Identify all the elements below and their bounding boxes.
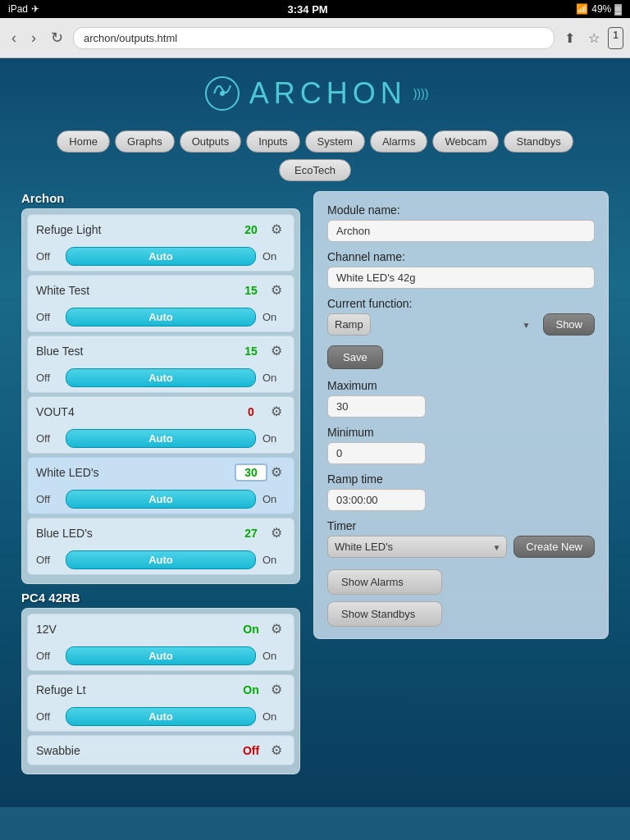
output-refuge-light: Refuge Light 20 ⚙ Off Auto On bbox=[27, 214, 294, 272]
off-label-refuge: Off bbox=[36, 250, 59, 262]
timer-select[interactable]: White LED's Blue LED's Refuge Light bbox=[327, 536, 507, 558]
off-label-blue-leds: Off bbox=[36, 554, 59, 566]
logo-container: ARCHON )))) bbox=[202, 73, 429, 114]
auto-btn-12v[interactable]: Auto bbox=[66, 646, 256, 665]
select-arrow-icon: ▼ bbox=[523, 320, 531, 329]
output-value-12v: On bbox=[235, 623, 267, 636]
output-value-refuge-lt: On bbox=[235, 683, 267, 696]
output-value-swabbie: Off bbox=[235, 744, 267, 757]
nav-webcam[interactable]: Webcam bbox=[432, 130, 499, 153]
show-alarms-button[interactable]: Show Alarms bbox=[327, 569, 442, 595]
on-label-blue-leds: On bbox=[262, 554, 285, 566]
module-name-input[interactable] bbox=[327, 220, 595, 242]
on-label-refuge: On bbox=[262, 250, 285, 262]
auto-btn-refuge[interactable]: Auto bbox=[66, 247, 256, 266]
output-blue-test: Blue Test 15 ⚙ Off Auto On bbox=[27, 336, 294, 393]
url-text: archon/outputs.html bbox=[84, 32, 177, 44]
maximum-input[interactable] bbox=[327, 395, 426, 418]
auto-btn-blue-leds[interactable]: Auto bbox=[66, 550, 256, 569]
module-name-label: Module name: bbox=[327, 203, 595, 217]
output-value-blue-leds: 27 bbox=[235, 527, 267, 540]
forward-button[interactable]: › bbox=[26, 26, 41, 50]
carrier-label: iPad bbox=[8, 3, 28, 15]
output-swabbie: Swabbie Off ⚙ bbox=[27, 735, 294, 765]
status-left: iPad ✈ bbox=[8, 3, 39, 15]
current-function-label: Current function: bbox=[327, 297, 595, 310]
logo-text: ARCHON bbox=[249, 76, 407, 111]
off-label-white-leds: Off bbox=[36, 493, 59, 505]
settings-panel: Module name: Channel name: Current funct… bbox=[313, 191, 609, 639]
output-value-vout4: 0 bbox=[235, 405, 267, 418]
section2-title: PC4 42RB bbox=[21, 591, 300, 605]
gear-blue-test[interactable]: ⚙ bbox=[267, 341, 285, 360]
action-buttons: Show Alarms Show Standbys bbox=[327, 569, 595, 627]
nav-standbys[interactable]: Standbys bbox=[504, 130, 573, 153]
ramp-time-input[interactable] bbox=[327, 489, 426, 511]
on-label-white-test: On bbox=[262, 311, 285, 323]
ramp-time-label: Ramp time bbox=[327, 472, 595, 486]
output-white-test: White Test 15 ⚙ Off Auto On bbox=[27, 275, 294, 332]
logo-icon bbox=[202, 73, 243, 114]
minimum-input[interactable] bbox=[327, 442, 426, 464]
on-label-white-leds: On bbox=[262, 493, 285, 505]
nav-alarms[interactable]: Alarms bbox=[370, 130, 427, 153]
gear-refuge-lt[interactable]: ⚙ bbox=[267, 680, 285, 699]
show-standbys-button[interactable]: Show Standbys bbox=[327, 601, 442, 627]
output-value-white-leds: 30 bbox=[235, 463, 267, 482]
gear-white-test[interactable]: ⚙ bbox=[267, 281, 285, 299]
auto-btn-vout4[interactable]: Auto bbox=[66, 429, 256, 448]
output-name-12v: 12V bbox=[36, 623, 235, 636]
output-name-blue-test: Blue Test bbox=[36, 345, 235, 358]
off-label-12v: Off bbox=[36, 650, 59, 662]
function-select-wrapper: Ramp Fixed Timer Sine ▼ bbox=[327, 313, 536, 336]
gear-refuge-light[interactable]: ⚙ bbox=[267, 220, 285, 239]
nav-outputs[interactable]: Outputs bbox=[180, 130, 242, 153]
nav-system[interactable]: System bbox=[305, 130, 365, 153]
ecotech-button[interactable]: EcoTech bbox=[279, 159, 351, 181]
reload-button[interactable]: ↻ bbox=[46, 25, 68, 50]
output-blue-leds: Blue LED's 27 ⚙ Off Auto On bbox=[27, 518, 294, 575]
maximum-label: Maximum bbox=[327, 379, 595, 392]
channel-name-input[interactable] bbox=[327, 267, 595, 289]
output-refuge-lt: Refuge Lt On ⚙ Off Auto On bbox=[27, 674, 294, 732]
create-new-button[interactable]: Create New bbox=[514, 536, 595, 558]
auto-btn-white-test[interactable]: Auto bbox=[66, 308, 256, 326]
channel-name-label: Channel name: bbox=[327, 250, 595, 263]
auto-btn-blue-test[interactable]: Auto bbox=[66, 368, 256, 387]
output-name-vout4: VOUT4 bbox=[36, 405, 235, 418]
pc4-outputs: 12V On ⚙ Off Auto On Refuge Lt On bbox=[21, 608, 300, 774]
save-button[interactable]: Save bbox=[327, 345, 383, 369]
auto-btn-refuge-lt[interactable]: Auto bbox=[66, 707, 256, 726]
browser-chrome: ‹ › ↻ archon/outputs.html ⬆ ☆ 1 bbox=[0, 18, 630, 58]
left-panel: Archon Refuge Light 20 ⚙ Off Auto On bbox=[21, 191, 300, 774]
gear-vout4[interactable]: ⚙ bbox=[267, 402, 285, 421]
timer-row: White LED's Blue LED's Refuge Light ▼ Cr… bbox=[327, 536, 595, 558]
nav-bar: Home Graphs Outputs Inputs System Alarms… bbox=[0, 124, 630, 159]
main-content: Archon Refuge Light 20 ⚙ Off Auto On bbox=[0, 191, 630, 774]
gear-swabbie[interactable]: ⚙ bbox=[267, 741, 285, 760]
status-bar: iPad ✈ 3:34 PM 📶 49% ▓ bbox=[0, 0, 630, 18]
on-label-blue-test: On bbox=[262, 372, 285, 384]
address-bar[interactable]: archon/outputs.html bbox=[73, 27, 555, 49]
function-select[interactable]: Ramp Fixed Timer Sine bbox=[327, 313, 371, 336]
gear-blue-leds[interactable]: ⚙ bbox=[267, 523, 285, 542]
nav-inputs[interactable]: Inputs bbox=[246, 130, 299, 153]
share-button[interactable]: ⬆ bbox=[559, 27, 580, 49]
bookmark-button[interactable]: ☆ bbox=[583, 27, 605, 49]
off-label-refuge-lt: Off bbox=[36, 710, 59, 723]
output-name-white-leds: White LED's bbox=[36, 466, 235, 479]
auto-btn-white-leds[interactable]: Auto bbox=[66, 490, 256, 509]
logo-wifi-icon: )))) bbox=[413, 87, 429, 100]
off-label-white-test: Off bbox=[36, 311, 59, 323]
output-name-blue-leds: Blue LED's bbox=[36, 527, 235, 540]
nav-graphs[interactable]: Graphs bbox=[115, 130, 175, 153]
off-label-vout4: Off bbox=[36, 432, 59, 445]
nav-home[interactable]: Home bbox=[57, 130, 110, 153]
output-value-refuge-light: 20 bbox=[235, 223, 267, 236]
show-button[interactable]: Show bbox=[543, 313, 595, 336]
output-name-refuge-lt: Refuge Lt bbox=[36, 683, 235, 696]
gear-white-leds[interactable]: ⚙ bbox=[267, 463, 285, 482]
back-button[interactable]: ‹ bbox=[7, 26, 21, 50]
tab-count[interactable]: 1 bbox=[608, 27, 623, 49]
gear-12v[interactable]: ⚙ bbox=[267, 619, 285, 638]
